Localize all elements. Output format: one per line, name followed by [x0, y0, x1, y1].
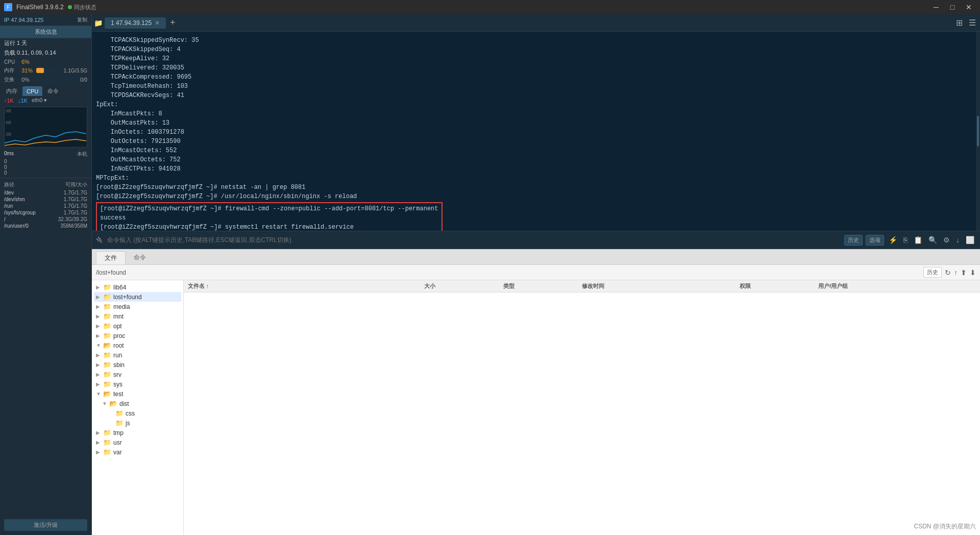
tab-cmd[interactable]: 命令 [43, 86, 63, 96]
fm-refresh-icon[interactable]: ↻ [945, 269, 951, 277]
minimize-button[interactable]: ─ [929, 2, 943, 12]
tree-item-sys[interactable]: ▶ 📁 sys [94, 379, 181, 389]
tree-item-usr[interactable]: ▶ 📁 usr [94, 437, 181, 447]
tree-item-lost-found[interactable]: ▶ 📁 lost+found [94, 292, 181, 302]
cmd-input[interactable] [107, 236, 840, 244]
ping-val-3: 0 [4, 170, 87, 176]
terminal-scrollbar[interactable] [976, 32, 980, 231]
tree-item-tmp[interactable]: ▶ 📁 tmp [94, 428, 181, 437]
net-graph: 9B 6B 3B [4, 107, 87, 148]
term-line-3: TCPKeepAlive: 32 [96, 54, 972, 63]
fm-toolbar: /lost+found 历史 ↻ ↑ ⬆ ⬇ [92, 265, 980, 280]
expand-tmp: ▶ [96, 430, 101, 435]
search-icon[interactable]: 🔍 [927, 236, 939, 244]
sidebar-spacer [0, 229, 91, 515]
layout-grid-button[interactable]: ⊞ [954, 17, 965, 29]
term-line-systemctl: [root@iZ2zegf5szuqvhwrzqfjmfZ ~]# system… [100, 223, 438, 231]
net-interface[interactable]: eth0 ▾ [32, 97, 47, 104]
tree-item-opt[interactable]: ▶ 📁 opt [94, 321, 181, 331]
fm-upload-icon[interactable]: ⬆ [961, 269, 967, 277]
graph-label-9b: 9B [6, 108, 11, 113]
sys-info-header: 系统信息 [0, 26, 91, 38]
fm-download-icon[interactable]: ⬇ [970, 269, 976, 277]
download-icon[interactable]: ↓ [954, 236, 961, 244]
window-controls: ─ □ ✕ [929, 2, 976, 12]
tree-item-sbin[interactable]: ▶ 📁 sbin [94, 360, 181, 370]
tree-item-var[interactable]: ▶ 📁 var [94, 447, 181, 457]
col-header-type: 类型 [503, 282, 582, 290]
terminal-area[interactable]: TCPACKSkippedSynRecv: 35 TCPACKSkippedSe… [92, 32, 976, 231]
cpu-value: 6% [21, 59, 34, 65]
folder-mnt: 📁 [103, 312, 111, 320]
tree-item-lib64[interactable]: ▶ 📁 lib64 [94, 282, 181, 292]
copy-icon[interactable]: ⎘ [902, 236, 909, 244]
expand-srv: ▶ [96, 372, 101, 377]
folder-var: 📁 [103, 448, 111, 456]
sidebar-ip-text: IP 47.94.39.125 [4, 17, 43, 23]
tree-item-dist[interactable]: ▼ 📂 dist [94, 399, 181, 408]
settings-icon[interactable]: ⚙ [942, 236, 951, 244]
fm-tab-files[interactable]: 文件 [96, 251, 126, 264]
paste-icon[interactable]: 📋 [912, 236, 924, 244]
tree-label-proc: proc [113, 332, 125, 339]
swap-value: 0% [21, 77, 34, 83]
expand-var: ▶ [96, 449, 101, 455]
uptime-row: 运行 1 天 [0, 38, 91, 48]
upgrade-button[interactable]: 激活/升级 [4, 519, 87, 531]
tab-mem[interactable]: 内存 [2, 86, 21, 96]
layout-split-button[interactable]: ☰ [967, 17, 978, 29]
folder-dist: 📂 [109, 400, 117, 407]
tree-item-test[interactable]: ▼ 📂 test [94, 389, 181, 399]
tree-item-root[interactable]: ▼ 📂 root [94, 341, 181, 350]
folder-run: 📁 [103, 351, 111, 359]
fm-up-icon[interactable]: ↑ [954, 269, 958, 277]
server-tab-label: 1 47.94.39.125 [111, 19, 152, 27]
expand-test: ▼ [96, 391, 101, 397]
fm-history-button[interactable]: 历史 [923, 267, 942, 278]
tree-label-js: js [126, 420, 130, 427]
disk-row-dev: /dev 1.7G/1.7G [0, 189, 91, 196]
load-row: 负载 0.11, 0.09, 0.14 [0, 48, 91, 58]
folder-tmp: 📁 [103, 429, 111, 436]
tree-item-mnt[interactable]: ▶ 📁 mnt [94, 311, 181, 321]
cpu-row: CPU 6% [0, 58, 91, 66]
expand-usr: ▶ [96, 440, 101, 445]
term-line-innoect: InNoECTPkts: 941028 [96, 164, 972, 174]
highlighted-block: [root@iZ2zegf5szuqvhwrzqfjmfZ ~]# firewa… [96, 202, 443, 231]
fm-tabs: 文件 命令 [92, 249, 980, 265]
tree-item-js[interactable]: 📁 js [94, 418, 181, 428]
close-button[interactable]: ✕ [962, 2, 976, 12]
folder-srv: 📁 [103, 371, 111, 378]
tree-item-proc[interactable]: ▶ 📁 proc [94, 331, 181, 341]
term-line-4: TCPDelivered: 320035 [96, 63, 972, 72]
fm-tab-commands[interactable]: 命令 [126, 251, 154, 264]
expand-root: ▼ [96, 343, 101, 348]
folder-icon: 📁 [94, 19, 103, 27]
mem-value: 31% [21, 67, 34, 74]
tree-label-lost-found: lost+found [113, 294, 142, 301]
history-button[interactable]: 历史 [844, 235, 863, 246]
tab-cpu[interactable]: CPU [22, 86, 42, 96]
mem-label: 内存 [4, 67, 19, 74]
tree-item-css[interactable]: 📁 css [94, 408, 181, 418]
term-line-netstat: [root@iZ2zegf5szuqvhwrzqfjmfZ ~]# netsta… [96, 183, 972, 192]
add-tab-button[interactable]: + [170, 17, 176, 28]
expand-icon[interactable]: ⬜ [964, 236, 976, 244]
select-button[interactable]: 选项 [866, 235, 884, 246]
copy-ip-button[interactable]: 复制 [77, 16, 87, 23]
tree-item-srv[interactable]: ▶ 📁 srv [94, 370, 181, 379]
tree-item-run[interactable]: ▶ 📁 run [94, 350, 181, 360]
server-tab[interactable]: 1 47.94.39.125 ✕ [105, 17, 166, 29]
graph-label-3b: 3B [6, 132, 11, 137]
term-line-1: TCPACKSkippedSynRecv: 35 [96, 36, 972, 45]
term-line-ipext: IpExt: [96, 100, 972, 109]
tree-label-dist: dist [119, 400, 129, 407]
folder-lib64: 📁 [103, 283, 111, 291]
disk-row-sysfs: /sys/fs/cgroup 1.7G/1.7G [0, 209, 91, 216]
tree-item-media[interactable]: ▶ 📁 media [94, 302, 181, 311]
maximize-button[interactable]: □ [945, 2, 960, 12]
term-line-2: TCPACKSkippedSeq: 4 [96, 45, 972, 54]
fm-tree: ▶ 📁 lib64 ▶ 📁 lost+found ▶ 📁 media [92, 280, 184, 535]
tab-close-button[interactable]: ✕ [155, 19, 160, 27]
tree-label-media: media [113, 303, 130, 310]
